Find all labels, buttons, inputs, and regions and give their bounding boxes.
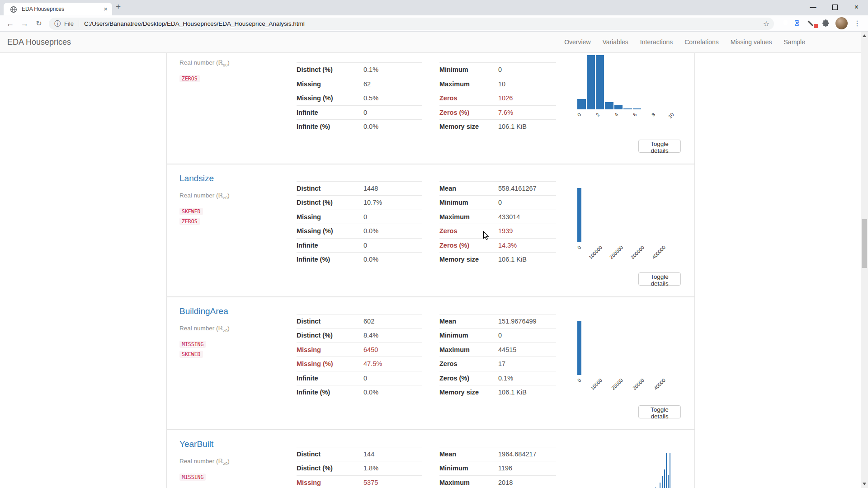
url-separator [79, 20, 79, 27]
histogram-bar [577, 321, 582, 375]
navbar-link-item: Missing values [725, 38, 778, 46]
report-navbar: EDA Houseprices OverviewVariablesInterac… [0, 32, 861, 53]
globe-favicon-icon [10, 6, 17, 13]
table-row: Memory size106.1 KiB [439, 385, 556, 399]
scrollbar-up-icon[interactable] [863, 34, 866, 37]
table-row: Distinct (%)0.1% [297, 62, 422, 76]
table-row: Missing5375 [297, 475, 422, 488]
stats-table-right: Minimum0Maximum10Zeros1026Zeros (%)7.6%M… [439, 48, 556, 133]
alert-badges: ZEROS [179, 75, 200, 85]
profile-avatar[interactable] [835, 17, 848, 29]
histogram-bar [577, 99, 586, 109]
page-scrollbar[interactable] [861, 32, 868, 488]
navbar-link[interactable]: Overview [558, 38, 596, 46]
table-row: Minimum1196 [439, 461, 556, 475]
table-row: Mean151.9676499 [439, 314, 556, 328]
stats-table-right: Mean1964.684217Minimum1196Maximum2018 [439, 447, 556, 488]
window-maximize-button[interactable] [825, 0, 845, 14]
table-row: Zeros (%)7.6% [439, 105, 556, 119]
reload-icon[interactable]: ↻ [33, 15, 45, 32]
back-icon[interactable]: ← [4, 15, 16, 32]
scrollbar-thumb[interactable] [862, 219, 867, 268]
table-row: Infinite0 [297, 105, 422, 119]
scrollbar-down-icon[interactable] [863, 483, 866, 485]
table-row: Zeros1026 [439, 91, 556, 105]
adblock-extension-icon[interactable] [781, 19, 791, 28]
navbar-link[interactable]: Variables [597, 38, 634, 46]
table-row: Zeros17 [439, 357, 556, 371]
table-row: Infinite0 [297, 371, 422, 385]
navbar-links: OverviewVariablesInteractionsCorrelation… [558, 32, 811, 52]
toggle-details-button[interactable]: Toggle details [638, 405, 681, 418]
mouse-cursor [483, 231, 489, 242]
browser-toolbar: ← → ↻ ⓘ File C:/Users/Bananatree/Desktop… [0, 15, 868, 32]
table-row: Infinite (%)0.0% [297, 385, 422, 399]
histogram-bar [577, 188, 582, 242]
variable-title-link[interactable]: Landsize [179, 174, 214, 183]
forward-icon[interactable]: → [18, 15, 31, 32]
navbar-link[interactable]: Sample [778, 38, 811, 46]
alert-badge: SKEWED [179, 351, 203, 358]
toggle-details-button[interactable]: Toggle details [638, 272, 681, 286]
adblock-hand [783, 20, 788, 25]
variable-section-buildingarea: BuildingArea Real number (ℝ≥0) MISSINGSK… [166, 297, 695, 430]
page-info-icon[interactable]: ⓘ [54, 18, 61, 30]
variable-type: Real number (ℝ≥0) [179, 59, 230, 67]
table-row: Zeros (%)0.1% [439, 371, 556, 385]
table-row: Mean1964.684217 [439, 447, 556, 461]
histogram-bar [661, 476, 663, 488]
histogram-bar [595, 55, 604, 109]
browser-tab-strip: EDA Houseprices × + — × [0, 0, 868, 15]
variable-section-yearbuilt: YearBuilt Real number (ℝ≥0) MISSING Dist… [166, 430, 695, 488]
alert-badges: SKEWEDZEROS [179, 208, 203, 228]
table-row: Infinite (%)0.0% [297, 252, 422, 266]
mini-histogram: 0100000200000300000400000 [575, 187, 674, 242]
navbar-link[interactable]: Interactions [634, 38, 679, 46]
mini-histogram [575, 453, 674, 488]
new-tab-button[interactable]: + [116, 2, 121, 12]
table-row: Maximum44515 [439, 343, 556, 357]
navbar-brand[interactable]: EDA Houseprices [7, 32, 71, 52]
eyedropper-icon [807, 20, 813, 26]
alert-badges: MISSINGSKEWED [179, 341, 206, 361]
histogram-bar [623, 108, 632, 109]
stats-table-left: Distinct602Distinct (%)8.4%Missing6450Mi… [297, 314, 422, 399]
toggle-details-button[interactable]: Toggle details [638, 140, 681, 153]
histogram-bar [659, 483, 661, 488]
variable-title-link[interactable]: BuildingArea [179, 306, 228, 316]
tab-close-icon[interactable]: × [104, 5, 108, 14]
browser-tab[interactable]: EDA Houseprices × [4, 3, 112, 15]
table-row: Missing (%)0.5% [297, 91, 422, 105]
maximize-icon [832, 5, 838, 10]
table-row: Maximum10 [439, 77, 556, 91]
navbar-link[interactable]: Missing values [725, 38, 778, 46]
translate-extension-icon[interactable]: G [795, 19, 805, 28]
address-bar[interactable]: ⓘ File C:/Users/Bananatree/Desktop/EDA_H… [49, 18, 774, 30]
histogram-bar [632, 108, 642, 109]
browser-menu-icon[interactable]: ⋮ [854, 15, 861, 32]
window-close-button[interactable]: × [846, 0, 867, 14]
window-minimize-button[interactable]: — [803, 0, 823, 14]
url-text[interactable]: C:/Users/Bananatree/Desktop/EDA_Housepri… [84, 18, 305, 30]
variable-title-link[interactable]: YearBuilt [179, 439, 213, 449]
table-row: Distinct1448 [297, 181, 422, 195]
histogram-bar [669, 453, 671, 488]
table-row: Infinite (%)0.0% [297, 119, 422, 133]
table-row: Memory size106.1 KiB [439, 252, 556, 266]
color-picker-extension-icon[interactable] [808, 19, 818, 28]
table-row: Distinct (%)1.8% [297, 461, 422, 475]
extensions-puzzle-icon[interactable] [822, 19, 832, 29]
table-row: Distinct602 [297, 314, 422, 328]
variable-type: Real number (ℝ≥0) [179, 192, 230, 200]
variable-type: Real number (ℝ≥0) [179, 457, 230, 466]
navbar-link[interactable]: Correlations [679, 38, 724, 46]
mini-histogram: 0246810 [575, 54, 674, 109]
variable-section-landsize: Landsize Real number (ℝ≥0) SKEWEDZEROS D… [166, 164, 695, 297]
alert-badge: MISSING [179, 341, 206, 348]
bookmark-star-icon[interactable]: ☆ [763, 18, 769, 30]
table-row: Memory size106.1 KiB [439, 119, 556, 133]
stats-table-left: Distinct1448Distinct (%)10.7%Missing0Mis… [297, 181, 422, 266]
alert-badge: SKEWED [179, 208, 203, 215]
table-row: Missing0 [297, 210, 422, 224]
screen: EDA Houseprices × + — × ← → ↻ ⓘ File C:/… [0, 0, 868, 488]
